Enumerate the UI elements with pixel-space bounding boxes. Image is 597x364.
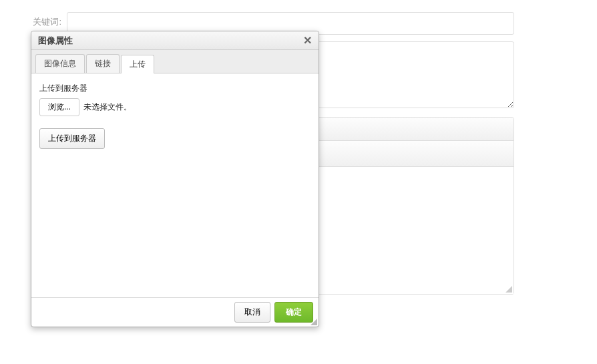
cancel-button[interactable]: 取消: [234, 302, 270, 323]
dialog-footer: 取消 确定: [31, 297, 319, 327]
dialog-tabs: 图像信息 链接 上传: [31, 50, 319, 73]
dialog-title-text: 图像属性: [38, 35, 73, 47]
ok-button[interactable]: 确定: [274, 302, 313, 323]
no-file-text: 未选择文件。: [83, 102, 132, 113]
image-properties-dialog: 图像属性 ✕ 图像信息 链接 上传 上传到服务器 浏览... 未选择文件。 上传…: [31, 31, 319, 327]
close-icon[interactable]: ✕: [303, 34, 312, 47]
keywords-label: 关键词:: [7, 12, 67, 28]
dialog-titlebar[interactable]: 图像属性 ✕: [31, 31, 319, 50]
tab-link[interactable]: 链接: [86, 54, 120, 73]
tab-image-info[interactable]: 图像信息: [35, 54, 85, 73]
editor-resize-handle[interactable]: [506, 286, 512, 293]
dialog-body: 上传到服务器 浏览... 未选择文件。 上传到服务器: [31, 73, 319, 297]
upload-field-label: 上传到服务器: [39, 83, 311, 94]
dialog-resize-handle[interactable]: [311, 319, 317, 325]
browse-button[interactable]: 浏览...: [39, 98, 79, 116]
upload-to-server-button[interactable]: 上传到服务器: [39, 128, 105, 149]
tab-upload[interactable]: 上传: [121, 55, 154, 73]
